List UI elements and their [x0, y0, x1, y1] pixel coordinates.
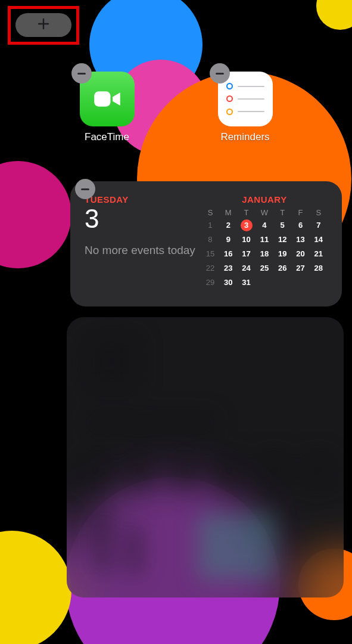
calendar-dow: S: [310, 208, 328, 217]
remove-app-badge[interactable]: [71, 63, 92, 83]
calendar-day-cell: [291, 277, 309, 289]
calendar-day-cell: 14: [310, 234, 328, 246]
calendar-day-name: TUESDAY: [85, 194, 201, 205]
calendar-day-cell: 10: [237, 234, 255, 246]
blurred-content: [67, 317, 344, 597]
reminder-line: [238, 111, 264, 112]
calendar-day-cell: 22: [201, 262, 219, 274]
calendar-day-cell: 4: [256, 219, 273, 231]
calendar-day-cell: 25: [256, 262, 273, 274]
calendar-day-cell: 17: [237, 248, 255, 260]
app-label: FaceTime: [85, 131, 129, 143]
calendar-dow: S: [201, 208, 219, 217]
calendar-day-cell: 30: [219, 277, 237, 289]
calendar-day-cell: 3: [237, 219, 255, 231]
calendar-day-cell: 9: [219, 234, 237, 246]
calendar-day-cell: 27: [291, 262, 309, 274]
calendar-day-cell: 6: [291, 219, 309, 231]
remove-widget-badge[interactable]: [75, 179, 95, 199]
calendar-day-cell: 13: [291, 234, 309, 246]
calendar-day-cell: 28: [310, 262, 328, 274]
calendar-events-text: No more events today: [85, 243, 201, 258]
app-row: FaceTime Reminders: [0, 72, 352, 143]
calendar-day-cell: 29: [201, 277, 219, 289]
calendar-dow: W: [256, 208, 273, 217]
calendar-day-cell: 7: [310, 219, 328, 231]
bokeh-dot: [0, 161, 71, 268]
calendar-day-cell: 5: [273, 219, 291, 231]
annotation-highlight: [8, 6, 79, 45]
calendar-day-cell: 18: [256, 248, 273, 260]
calendar-dow: T: [273, 208, 291, 217]
calendar-day-cell: [273, 277, 291, 289]
bokeh-dot: [316, 0, 352, 30]
calendar-day-cell: [310, 277, 328, 289]
calendar-day-cell: 23: [219, 262, 237, 274]
calendar-day-cell: 11: [256, 234, 273, 246]
reminder-dot: [226, 109, 233, 115]
calendar-day-cell: 2: [219, 219, 237, 231]
remove-app-badge[interactable]: [210, 63, 230, 83]
calendar-month-view: JANUARY SMTWTFS1234567891011121314151617…: [201, 194, 328, 293]
bokeh-dot: [0, 531, 71, 644]
calendar-day-cell: 12: [273, 234, 291, 246]
calendar-day-cell: 31: [237, 277, 255, 289]
calendar-day-cell: 15: [201, 248, 219, 260]
calendar-day-cell: 1: [201, 219, 219, 231]
calendar-summary: TUESDAY 3 No more events today: [85, 194, 201, 293]
reminder-dot: [226, 95, 233, 102]
app-facetime[interactable]: FaceTime: [80, 72, 135, 143]
blurred-widget[interactable]: [67, 317, 344, 597]
calendar-dow: F: [291, 208, 309, 217]
reminder-line: [238, 98, 264, 100]
calendar-day-cell: 24: [237, 262, 255, 274]
calendar-dow: M: [219, 208, 237, 217]
calendar-day-cell: [256, 277, 273, 289]
calendar-day-cell: 16: [219, 248, 237, 260]
calendar-day-cell: 20: [291, 248, 309, 260]
reminder-line: [238, 86, 264, 87]
calendar-day-number: 3: [85, 206, 201, 232]
calendar-day-cell: 21: [310, 248, 328, 260]
calendar-month-label: JANUARY: [201, 194, 328, 205]
app-reminders[interactable]: Reminders: [218, 72, 273, 143]
calendar-day-cell: 8: [201, 234, 219, 246]
calendar-day-cell: 26: [273, 262, 291, 274]
svg-rect-0: [94, 91, 110, 106]
calendar-widget[interactable]: TUESDAY 3 No more events today JANUARY S…: [70, 181, 342, 306]
reminder-dot: [226, 83, 233, 89]
calendar-day-cell: 19: [273, 248, 291, 260]
app-label: Reminders: [220, 131, 269, 143]
calendar-grid: SMTWTFS123456789101112131415161718192021…: [201, 208, 328, 289]
calendar-dow: T: [237, 208, 255, 217]
